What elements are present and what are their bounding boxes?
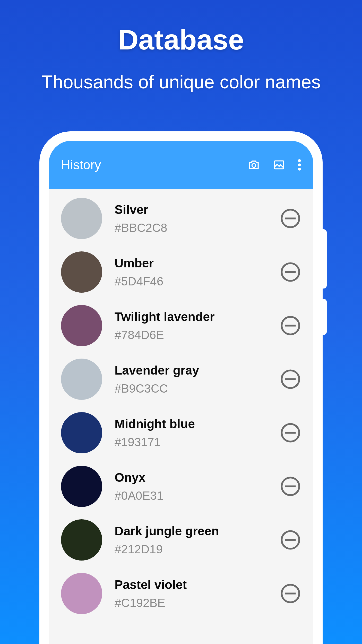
- remove-icon[interactable]: [280, 369, 301, 390]
- page-title: History: [61, 157, 247, 172]
- phone-physical-button-1: [323, 229, 327, 289]
- remove-icon[interactable]: [280, 261, 301, 283]
- color-hex: #B9C3CC: [115, 382, 268, 395]
- color-swatch: [61, 198, 102, 239]
- color-list: Silver#BBC2C8Umber#5D4F46Twilight lavend…: [49, 189, 313, 623]
- color-hex: #784D6E: [115, 328, 268, 342]
- app-header: History: [49, 141, 313, 189]
- color-swatch: [61, 519, 102, 561]
- color-swatch: [61, 251, 102, 293]
- svg-point-2: [298, 159, 301, 162]
- color-swatch: [61, 466, 102, 507]
- color-hex: #5D4F46: [115, 274, 268, 288]
- color-info: Dark jungle green#212D19: [115, 524, 268, 556]
- list-item[interactable]: Silver#BBC2C8: [49, 192, 313, 245]
- color-name: Pastel violet: [115, 578, 268, 592]
- list-item[interactable]: Onyx#0A0E31: [49, 460, 313, 513]
- color-hex: #193171: [115, 435, 268, 449]
- image-icon[interactable]: [273, 159, 285, 171]
- color-swatch: [61, 573, 102, 614]
- camera-icon[interactable]: [247, 158, 260, 171]
- color-info: Onyx#0A0E31: [115, 470, 268, 503]
- list-item[interactable]: Lavender gray#B9C3CC: [49, 352, 313, 406]
- color-name: Silver: [115, 202, 268, 217]
- color-info: Pastel violet#C192BE: [115, 578, 268, 610]
- phone-frame: History: [39, 131, 323, 644]
- color-info: Lavender gray#B9C3CC: [115, 363, 268, 395]
- color-name: Midnight blue: [115, 417, 268, 431]
- remove-icon[interactable]: [280, 422, 301, 443]
- list-item[interactable]: Twilight lavender#784D6E: [49, 299, 313, 352]
- svg-point-4: [298, 168, 301, 171]
- color-name: Twilight lavender: [115, 310, 268, 324]
- color-info: Midnight blue#193171: [115, 417, 268, 449]
- color-name: Onyx: [115, 470, 268, 485]
- list-item[interactable]: Midnight blue#193171: [49, 406, 313, 460]
- color-hex: #C192BE: [115, 596, 268, 610]
- color-hex: #BBC2C8: [115, 221, 268, 235]
- color-info: Twilight lavender#784D6E: [115, 310, 268, 342]
- svg-point-0: [252, 164, 256, 167]
- color-swatch: [61, 412, 102, 453]
- list-item[interactable]: Pastel violet#C192BE: [49, 567, 313, 620]
- list-item[interactable]: Dark jungle green#212D19: [49, 513, 313, 567]
- color-info: Silver#BBC2C8: [115, 202, 268, 235]
- color-name: Umber: [115, 256, 268, 270]
- list-item[interactable]: Umber#5D4F46: [49, 245, 313, 299]
- color-swatch: [61, 359, 102, 400]
- phone-screen: History: [49, 141, 313, 644]
- promo-subtitle: Thousands of unique color names: [0, 71, 362, 92]
- color-swatch: [61, 305, 102, 346]
- remove-icon[interactable]: [280, 529, 301, 550]
- color-name: Lavender gray: [115, 363, 268, 377]
- color-info: Umber#5D4F46: [115, 256, 268, 288]
- color-hex: #0A0E31: [115, 489, 268, 503]
- promo-title: Database: [0, 23, 362, 56]
- remove-icon[interactable]: [280, 208, 301, 229]
- remove-icon[interactable]: [280, 476, 301, 497]
- remove-icon[interactable]: [280, 315, 301, 336]
- remove-icon[interactable]: [280, 583, 301, 604]
- color-hex: #212D19: [115, 542, 268, 556]
- color-name: Dark jungle green: [115, 524, 268, 538]
- phone-physical-button-2: [323, 299, 327, 335]
- svg-point-3: [298, 164, 301, 166]
- more-icon[interactable]: [298, 159, 301, 171]
